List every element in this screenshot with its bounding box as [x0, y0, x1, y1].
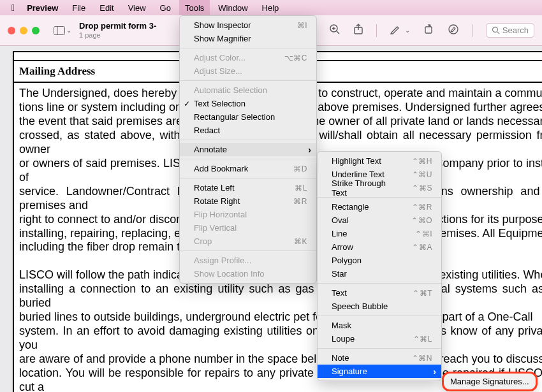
mi-assign-profile: Assign Profile...	[180, 254, 316, 267]
menu-view[interactable]: View	[122, 0, 152, 15]
close-window[interactable]	[8, 27, 15, 34]
mi-adjust-color: Adjust Color...⌥⌘C	[180, 51, 316, 64]
document-pages: 1 page	[79, 31, 156, 40]
search-field[interactable]: Search	[486, 23, 534, 38]
mi-redact[interactable]: Redact	[180, 124, 316, 137]
document-title: Drop permit form 3-	[79, 21, 156, 31]
app-menu[interactable]: Preview	[21, 0, 64, 15]
mi-oval[interactable]: Oval⌃⌘O	[318, 214, 441, 227]
mi-text-selection[interactable]: Text Selection	[180, 97, 316, 110]
zoom-window[interactable]	[32, 27, 40, 34]
svg-line-6	[337, 31, 339, 34]
toolbar-icons: ⌄ Search	[305, 23, 534, 38]
search-placeholder: Search	[502, 25, 529, 35]
menubar:  Preview File Edit View Go Tools Window…	[0, 0, 542, 15]
annotate-submenu: Highlight Text⌃⌘H Underline Text⌃⌘U Stri…	[317, 151, 442, 381]
mi-rectangular-selection[interactable]: Rectangular Selection	[180, 110, 316, 124]
markup-icon[interactable]	[447, 24, 460, 38]
svg-point-13	[492, 27, 497, 33]
svg-rect-0	[54, 26, 65, 34]
tools-menu: Show Inspector⌘I Show Magnifier Adjust C…	[179, 15, 317, 284]
signature-flyout: Manage Signatures...	[442, 372, 538, 391]
mi-loupe[interactable]: Loupe⌃⌘L	[318, 332, 441, 345]
share-icon[interactable]	[353, 24, 363, 38]
menu-tools[interactable]: Tools	[179, 0, 210, 15]
mi-annotate[interactable]: Annotate	[180, 143, 316, 156]
mi-text[interactable]: Text⌃⌘T	[318, 286, 441, 300]
mi-note[interactable]: Note⌃⌘N	[318, 351, 441, 365]
mi-flip-vertical: Flip Vertical	[180, 221, 316, 235]
mi-rotate-left[interactable]: Rotate Left⌘L	[180, 181, 316, 194]
mi-show-inspector[interactable]: Show Inspector⌘I	[180, 18, 316, 32]
window-controls	[8, 27, 40, 34]
rotate-icon[interactable]	[423, 24, 434, 38]
mi-strike-text[interactable]: Strike Through Text⌃⌘S	[318, 181, 441, 194]
mi-mask[interactable]: Mask	[318, 319, 441, 332]
minimize-window[interactable]	[20, 27, 27, 34]
mi-adjust-size: Adjust Size...	[180, 64, 316, 78]
mi-show-magnifier[interactable]: Show Magnifier	[180, 32, 316, 45]
menu-window[interactable]: Window	[212, 0, 253, 15]
mi-crop: Crop⌘K	[180, 235, 316, 248]
svg-rect-11	[425, 27, 432, 33]
mi-polygon[interactable]: Polygon	[318, 254, 441, 267]
search-icon	[492, 26, 500, 34]
mi-signature[interactable]: Signature	[318, 365, 441, 378]
highlight-icon[interactable]	[390, 24, 401, 38]
mi-arrow[interactable]: Arrow⌃⌘A	[318, 240, 441, 254]
svg-line-14	[497, 32, 499, 34]
svg-point-12	[449, 25, 458, 34]
menu-file[interactable]: File	[66, 0, 91, 15]
menu-edit[interactable]: Edit	[94, 0, 119, 15]
mi-rectangle[interactable]: Rectangle⌃⌘R	[318, 200, 441, 214]
mi-rotate-right[interactable]: Rotate Right⌘R	[180, 194, 316, 208]
mi-add-bookmark[interactable]: Add Bookmark⌘D	[180, 162, 316, 175]
zoom-in-icon[interactable]	[329, 24, 341, 38]
menu-go[interactable]: Go	[154, 0, 177, 15]
mi-show-location: Show Location Info	[180, 267, 316, 280]
mi-highlight-text[interactable]: Highlight Text⌃⌘H	[318, 154, 441, 168]
sidebar-icon	[54, 26, 65, 35]
mi-flip-horizontal: Flip Horizontal	[180, 208, 316, 221]
mi-manage-signatures[interactable]: Manage Signatures...	[450, 377, 529, 386]
sidebar-toggle[interactable]: ⌄	[51, 26, 74, 35]
mi-star[interactable]: Star	[318, 267, 441, 280]
menu-help[interactable]: Help	[256, 0, 285, 15]
mi-line[interactable]: Line⌃⌘I	[318, 227, 441, 240]
apple-menu[interactable]: 	[8, 3, 18, 13]
document-info: Drop permit form 3- 1 page	[79, 21, 156, 40]
mi-speech-bubble[interactable]: Speech Bubble	[318, 300, 441, 313]
mi-automatic-selection: Automatic Selection	[180, 83, 316, 97]
